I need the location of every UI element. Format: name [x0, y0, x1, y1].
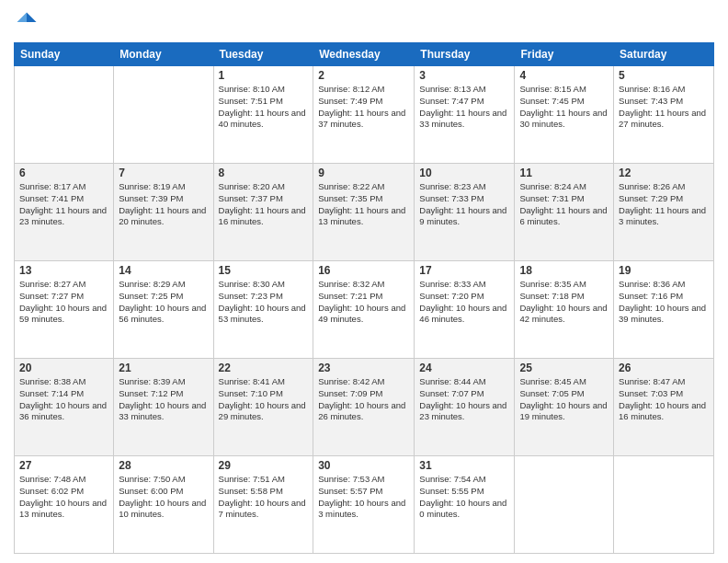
svg-marker-1: [17, 13, 28, 23]
day-number: 18: [519, 264, 609, 277]
day-number: 8: [219, 167, 309, 179]
day-number: 31: [419, 459, 509, 472]
day-number: 13: [19, 264, 108, 277]
weekday-header: Wednesday: [313, 43, 415, 66]
weekday-header: Tuesday: [213, 43, 313, 66]
calendar-cell: 24Sunrise: 8:44 AM Sunset: 7:07 PM Dayli…: [415, 359, 515, 456]
calendar-cell: 1Sunrise: 8:10 AM Sunset: 7:51 PM Daylig…: [213, 66, 313, 164]
calendar-cell: [614, 456, 714, 554]
day-info: Sunrise: 8:22 AM Sunset: 7:35 PM Dayligh…: [318, 181, 409, 228]
calendar-cell: 27Sunrise: 7:48 AM Sunset: 6:02 PM Dayli…: [15, 456, 114, 554]
day-number: 2: [318, 69, 409, 82]
weekday-header: Monday: [114, 43, 213, 66]
calendar-cell: 26Sunrise: 8:47 AM Sunset: 7:03 PM Dayli…: [614, 359, 714, 456]
day-info: Sunrise: 8:39 AM Sunset: 7:12 PM Dayligh…: [119, 376, 208, 423]
calendar-cell: 19Sunrise: 8:36 AM Sunset: 7:16 PM Dayli…: [614, 261, 714, 359]
calendar-cell: 25Sunrise: 8:45 AM Sunset: 7:05 PM Dayli…: [515, 359, 614, 456]
calendar-cell: 3Sunrise: 8:13 AM Sunset: 7:47 PM Daylig…: [415, 66, 515, 164]
calendar-cell: 12Sunrise: 8:26 AM Sunset: 7:29 PM Dayli…: [614, 164, 714, 261]
day-info: Sunrise: 8:17 AM Sunset: 7:41 PM Dayligh…: [19, 181, 108, 228]
day-number: 24: [419, 362, 509, 374]
logo-icon: [14, 9, 40, 35]
calendar-cell: 23Sunrise: 8:42 AM Sunset: 7:09 PM Dayli…: [313, 359, 415, 456]
calendar-cell: 10Sunrise: 8:23 AM Sunset: 7:33 PM Dayli…: [415, 164, 515, 261]
calendar-cell: 28Sunrise: 7:50 AM Sunset: 6:00 PM Dayli…: [114, 456, 213, 554]
day-info: Sunrise: 8:19 AM Sunset: 7:39 PM Dayligh…: [119, 181, 208, 228]
calendar-cell: 31Sunrise: 7:54 AM Sunset: 5:55 PM Dayli…: [415, 456, 515, 554]
day-info: Sunrise: 8:32 AM Sunset: 7:21 PM Dayligh…: [318, 279, 409, 326]
calendar-cell: [114, 66, 213, 164]
calendar-cell: 13Sunrise: 8:27 AM Sunset: 7:27 PM Dayli…: [15, 261, 114, 359]
calendar-cell: [15, 66, 114, 164]
svg-marker-0: [27, 13, 37, 23]
calendar-cell: [515, 456, 614, 554]
day-number: 20: [19, 362, 108, 374]
day-info: Sunrise: 8:10 AM Sunset: 7:51 PM Dayligh…: [219, 84, 309, 131]
day-number: 1: [219, 69, 309, 82]
day-info: Sunrise: 8:47 AM Sunset: 7:03 PM Dayligh…: [619, 376, 709, 423]
day-number: 28: [119, 459, 208, 472]
day-number: 12: [619, 167, 709, 179]
day-number: 16: [318, 264, 409, 277]
day-info: Sunrise: 8:23 AM Sunset: 7:33 PM Dayligh…: [419, 181, 509, 228]
calendar-cell: 29Sunrise: 7:51 AM Sunset: 5:58 PM Dayli…: [213, 456, 313, 554]
calendar-cell: 14Sunrise: 8:29 AM Sunset: 7:25 PM Dayli…: [114, 261, 213, 359]
day-number: 29: [219, 459, 309, 472]
day-info: Sunrise: 8:26 AM Sunset: 7:29 PM Dayligh…: [619, 181, 709, 228]
calendar-table: SundayMondayTuesdayWednesdayThursdayFrid…: [14, 42, 714, 554]
header: [14, 9, 714, 35]
logo: [14, 9, 43, 35]
calendar-cell: 7Sunrise: 8:19 AM Sunset: 7:39 PM Daylig…: [114, 164, 213, 261]
calendar-cell: 8Sunrise: 8:20 AM Sunset: 7:37 PM Daylig…: [213, 164, 313, 261]
day-info: Sunrise: 7:48 AM Sunset: 6:02 PM Dayligh…: [19, 474, 108, 521]
calendar-cell: 6Sunrise: 8:17 AM Sunset: 7:41 PM Daylig…: [15, 164, 114, 261]
day-info: Sunrise: 8:16 AM Sunset: 7:43 PM Dayligh…: [619, 84, 709, 131]
day-number: 19: [619, 264, 709, 277]
day-number: 11: [519, 167, 609, 179]
calendar-week-row: 1Sunrise: 8:10 AM Sunset: 7:51 PM Daylig…: [15, 66, 714, 164]
day-number: 27: [19, 459, 108, 472]
day-number: 10: [419, 167, 509, 179]
day-number: 6: [19, 167, 108, 179]
weekday-header: Sunday: [15, 43, 114, 66]
day-info: Sunrise: 8:36 AM Sunset: 7:16 PM Dayligh…: [619, 279, 709, 326]
day-number: 23: [318, 362, 409, 374]
day-number: 4: [519, 69, 609, 82]
calendar-cell: 2Sunrise: 8:12 AM Sunset: 7:49 PM Daylig…: [313, 66, 415, 164]
day-info: Sunrise: 8:42 AM Sunset: 7:09 PM Dayligh…: [318, 376, 409, 423]
calendar-cell: 22Sunrise: 8:41 AM Sunset: 7:10 PM Dayli…: [213, 359, 313, 456]
day-info: Sunrise: 8:24 AM Sunset: 7:31 PM Dayligh…: [519, 181, 609, 228]
day-info: Sunrise: 8:45 AM Sunset: 7:05 PM Dayligh…: [519, 376, 609, 423]
day-number: 26: [619, 362, 709, 374]
day-number: 3: [419, 69, 509, 82]
calendar-cell: 4Sunrise: 8:15 AM Sunset: 7:45 PM Daylig…: [515, 66, 614, 164]
weekday-header-row: SundayMondayTuesdayWednesdayThursdayFrid…: [15, 43, 714, 66]
calendar-week-row: 20Sunrise: 8:38 AM Sunset: 7:14 PM Dayli…: [15, 359, 714, 456]
day-number: 30: [318, 459, 409, 472]
day-info: Sunrise: 8:44 AM Sunset: 7:07 PM Dayligh…: [419, 376, 509, 423]
day-number: 15: [219, 264, 309, 277]
day-info: Sunrise: 8:27 AM Sunset: 7:27 PM Dayligh…: [19, 279, 108, 326]
calendar-cell: 9Sunrise: 8:22 AM Sunset: 7:35 PM Daylig…: [313, 164, 415, 261]
day-number: 14: [119, 264, 208, 277]
weekday-header: Thursday: [415, 43, 515, 66]
day-number: 17: [419, 264, 509, 277]
calendar-week-row: 13Sunrise: 8:27 AM Sunset: 7:27 PM Dayli…: [15, 261, 714, 359]
day-info: Sunrise: 8:13 AM Sunset: 7:47 PM Dayligh…: [419, 84, 509, 131]
day-number: 22: [219, 362, 309, 374]
day-info: Sunrise: 7:50 AM Sunset: 6:00 PM Dayligh…: [119, 474, 208, 521]
day-info: Sunrise: 8:35 AM Sunset: 7:18 PM Dayligh…: [519, 279, 609, 326]
page: SundayMondayTuesdayWednesdayThursdayFrid…: [0, 0, 728, 563]
day-info: Sunrise: 8:12 AM Sunset: 7:49 PM Dayligh…: [318, 84, 409, 131]
day-info: Sunrise: 7:54 AM Sunset: 5:55 PM Dayligh…: [419, 474, 509, 521]
weekday-header: Saturday: [614, 43, 714, 66]
day-number: 5: [619, 69, 709, 82]
day-info: Sunrise: 7:53 AM Sunset: 5:57 PM Dayligh…: [318, 474, 409, 521]
calendar-cell: 18Sunrise: 8:35 AM Sunset: 7:18 PM Dayli…: [515, 261, 614, 359]
calendar-week-row: 27Sunrise: 7:48 AM Sunset: 6:02 PM Dayli…: [15, 456, 714, 554]
day-info: Sunrise: 8:15 AM Sunset: 7:45 PM Dayligh…: [519, 84, 609, 131]
day-info: Sunrise: 8:30 AM Sunset: 7:23 PM Dayligh…: [219, 279, 309, 326]
day-info: Sunrise: 8:33 AM Sunset: 7:20 PM Dayligh…: [419, 279, 509, 326]
weekday-header: Friday: [515, 43, 614, 66]
day-number: 25: [519, 362, 609, 374]
